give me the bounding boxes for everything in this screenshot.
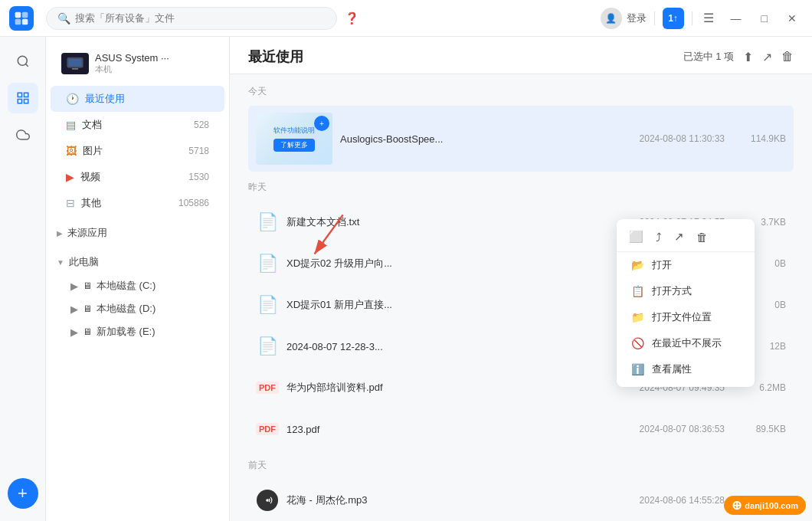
device-info: ASUS System ··· 本机 [95, 52, 169, 75]
doc-icon: ▤ [66, 119, 76, 131]
titlebar: 🔍 ❓ 👤 登录 1↑ ☰ — □ ✕ [0, 0, 812, 37]
disk-e-label: 新加载卷 (E:) [97, 325, 156, 339]
doc-count: 528 [194, 120, 209, 130]
file-type-icon: PDF [256, 415, 279, 443]
share-icon[interactable]: ⬆ [743, 50, 753, 64]
other-icon: ⊟ [66, 197, 75, 209]
device-sub: 本机 [95, 64, 169, 75]
device-name: ASUS System ··· [95, 52, 169, 64]
file-name: 新建文本文档.txt [286, 215, 610, 229]
yesterday-label: 昨天 [248, 178, 794, 197]
file-date: 2024-08-07 08:36:53 [617, 424, 725, 434]
menu-documents[interactable]: ▤ 文档 528 [51, 112, 224, 138]
this-pc-header[interactable]: ▼ 此电脑 [46, 250, 229, 274]
svg-rect-12 [72, 68, 79, 70]
mp3-icon [257, 490, 278, 511]
ctx-open-location[interactable]: 📁 打开文件位置 [617, 304, 755, 330]
txt-icon: 📄 [257, 254, 278, 274]
file-name: 123.pdf [286, 424, 610, 435]
disk-d-item[interactable]: ▶ 🖥 本地磁盘 (D:) [46, 297, 229, 320]
disk-e-icon: ▶ [70, 326, 78, 338]
file-row[interactable]: 软件功能说明 了解更多 + Auslogics-BoostSpee... 202… [248, 106, 794, 172]
file-row[interactable]: PDF 123.pdf 2024-08-07 08:36:53 89.5KB [248, 408, 794, 450]
chevron-right-icon: ▶ [57, 229, 63, 238]
ctx-location-icon: 📁 [630, 311, 644, 323]
file-name: XD提示02 升级用户向... [286, 257, 610, 270]
divider2 [692, 11, 692, 25]
search-icon: 🔍 [57, 12, 70, 25]
file-name: 2024-08-07 12-28-3... [286, 341, 610, 352]
ctx-open[interactable]: 📂 打开 [617, 252, 755, 278]
svg-point-13 [266, 499, 269, 502]
ctx-move-icon[interactable]: ↗ [674, 230, 684, 244]
ctx-copy-icon[interactable]: ⬜ [629, 230, 643, 244]
ctx-delete-icon[interactable]: 🗑 [696, 231, 708, 244]
menu-videos[interactable]: ▶ 视频 1530 [51, 164, 224, 190]
day-before-label: 前天 [248, 456, 794, 475]
disk-e-item[interactable]: ▶ 🖥 新加载卷 (E:) [46, 320, 229, 343]
titlebar-right: 👤 登录 1↑ ☰ — □ ✕ [601, 8, 803, 29]
source-apps-label: 来源应用 [67, 226, 107, 240]
nav-search[interactable] [8, 46, 38, 77]
login-button[interactable]: 👤 登录 [601, 8, 647, 29]
ctx-properties[interactable]: ℹ️ 查看属性 [617, 356, 755, 382]
ctx-share-icon[interactable]: ⤴ [656, 231, 662, 244]
ctx-open-icon: 📂 [630, 259, 644, 271]
svg-rect-7 [24, 93, 28, 97]
file-name: XD提示01 新用户直接... [286, 298, 610, 312]
ctx-hide-recent[interactable]: 🚫 在最近中不展示 [617, 330, 755, 356]
menu-img-label: 图片 [83, 144, 103, 158]
ctx-open-with[interactable]: 📋 打开方式 [617, 278, 755, 304]
context-menu: ⬜ ⤴ ↗ 🗑 📂 打开 📋 打开方式 📁 打开文件位置 🚫 在最近中不展示 [617, 219, 755, 387]
file-row[interactable]: 花海 - 周杰伦.mp3 2024-08-06 14:55:28 10.6MB [248, 480, 794, 516]
file-size: 114.9KB [732, 133, 786, 144]
day-before-section: 前天 花海 - 周杰伦.mp3 2024-08-06 14:55:28 10.6… [248, 456, 794, 516]
img-icon: 🖼 [66, 145, 77, 157]
help-icon[interactable]: ❓ [345, 11, 359, 25]
content-title: 最近使用 [248, 48, 303, 66]
main-content: 最近使用 已选中 1 项 ⬆ ↗ 🗑 今天 软件功能说明 了解更多 [230, 37, 812, 521]
device-thumbnail [61, 53, 89, 74]
ctx-hide-label: 在最近中不展示 [652, 336, 722, 350]
thumb-app-icon: + [314, 116, 329, 131]
maximize-button[interactable]: □ [755, 9, 774, 28]
header-actions: 已选中 1 项 ⬆ ↗ 🗑 [683, 50, 794, 64]
sync-badge[interactable]: 1↑ [663, 8, 684, 29]
menu-other-label: 其他 [81, 196, 101, 210]
this-pc-section: ▼ 此电脑 ▶ 🖥 本地磁盘 (C:) ▶ 🖥 本地磁盘 (D:) ▶ 🖥 新加… [46, 250, 229, 343]
nav-files[interactable] [8, 83, 38, 113]
menu-images[interactable]: 🖼 图片 5718 [51, 138, 224, 164]
device-item[interactable]: ASUS System ··· 本机 [51, 46, 224, 81]
move-icon[interactable]: ↗ [762, 50, 772, 64]
svg-rect-11 [68, 59, 81, 66]
today-label: 今天 [248, 82, 794, 101]
ctx-open-label: 打开 [652, 258, 672, 272]
search-bar[interactable]: 🔍 [46, 7, 337, 30]
nav-cloud[interactable] [8, 120, 38, 150]
content-header: 最近使用 已选中 1 项 ⬆ ↗ 🗑 [230, 37, 812, 74]
minimize-button[interactable]: — [725, 9, 748, 28]
delete-icon[interactable]: 🗑 [781, 50, 794, 64]
file-name: 华为内部培训资料.pdf [286, 381, 610, 395]
chevron-down-icon: ▼ [57, 258, 64, 267]
main-layout: + ASUS System ··· 本机 🕐 最近使用 [0, 37, 812, 521]
source-apps-section: ▶ 来源应用 [46, 221, 229, 245]
img-count: 5718 [188, 146, 209, 156]
pdf-icon: PDF [256, 423, 279, 435]
menu-icon[interactable]: ☰ [700, 8, 717, 28]
badge-label: 1↑ [668, 13, 678, 24]
svg-rect-2 [15, 18, 21, 25]
menu-others[interactable]: ⊟ 其他 105886 [51, 190, 224, 216]
app-logo [9, 6, 34, 31]
disk-c-item[interactable]: ▶ 🖥 本地磁盘 (C:) [46, 274, 229, 297]
svg-line-5 [25, 64, 28, 66]
add-button[interactable]: + [8, 478, 38, 509]
left-panel: ASUS System ··· 本机 🕐 最近使用 ▤ 文档 528 🖼 图片 [46, 37, 230, 521]
source-apps-header[interactable]: ▶ 来源应用 [46, 221, 229, 245]
close-button[interactable]: ✕ [781, 9, 803, 28]
disk-d-label: 本地磁盘 (D:) [97, 302, 156, 316]
ctx-openway-icon: 📋 [630, 285, 644, 297]
other-count: 105886 [178, 198, 209, 208]
menu-recently-used[interactable]: 🕐 最近使用 [51, 86, 224, 112]
search-input[interactable] [75, 12, 305, 24]
